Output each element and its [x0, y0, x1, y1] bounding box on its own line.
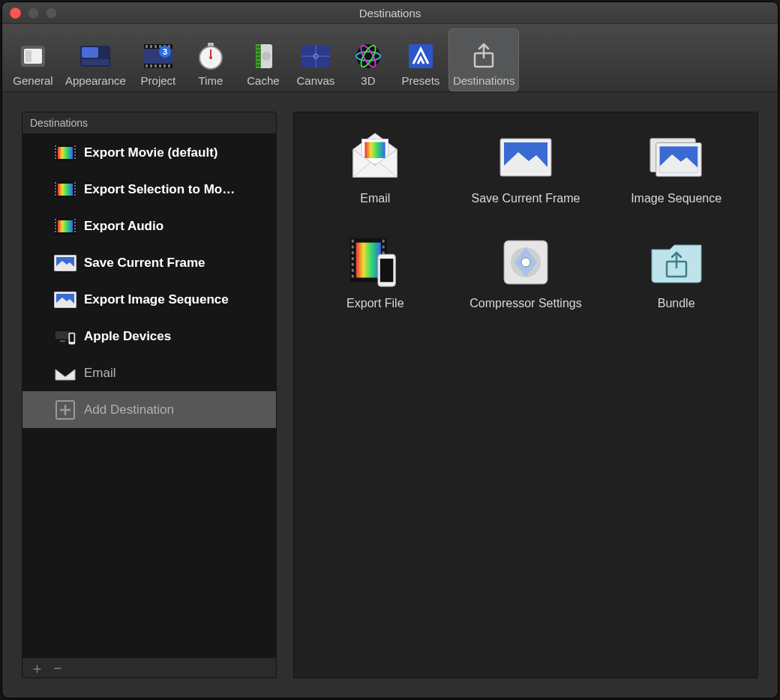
grid-item-email[interactable]: Email	[308, 130, 443, 205]
minimize-window-button[interactable]	[28, 7, 39, 19]
preferences-toolbar: General Appearance 3 Project Time Cache	[2, 24, 778, 92]
svg-rect-64	[55, 194, 56, 196]
toolbar-label: Project	[141, 74, 176, 87]
svg-rect-79	[74, 225, 76, 226]
compressor-icon	[496, 235, 555, 289]
svg-rect-101	[352, 240, 354, 243]
project-icon: 3	[141, 40, 176, 73]
sidebar-item-save-frame[interactable]: Save Current Frame	[22, 244, 276, 281]
sidebar-item-apple-devices[interactable]: Apple Devices	[22, 318, 276, 354]
svg-rect-2	[26, 50, 32, 62]
toolbar-label: Presets	[401, 74, 440, 87]
grid-item-export-file[interactable]: Export File	[308, 235, 443, 310]
grid-item-bundle[interactable]: Bundle	[608, 235, 744, 310]
toolbar-tab-canvas[interactable]: Canvas	[291, 28, 340, 91]
folder-share-icon	[647, 235, 706, 289]
toolbar-tab-general[interactable]: General	[8, 28, 58, 91]
svg-rect-32	[256, 57, 260, 59]
toolbar-tab-appearance[interactable]: Appearance	[61, 28, 130, 91]
svg-rect-116	[380, 259, 394, 282]
sidebar-item-label: Export Selection to Mo…	[84, 182, 235, 197]
grid-item-image-sequence[interactable]: Image Sequence	[608, 130, 744, 205]
toolbar-tab-project[interactable]: 3 Project	[134, 28, 183, 91]
sidebar-item-export-selection[interactable]: Export Selection to Mo…	[22, 171, 276, 208]
svg-rect-30	[256, 49, 260, 52]
filmstrip-icon	[54, 145, 76, 161]
svg-rect-78	[74, 222, 76, 223]
toolbar-label: Cache	[247, 74, 279, 87]
svg-rect-77	[74, 219, 76, 220]
content-area: Destinations Export Movie (default) Expo…	[2, 92, 778, 698]
svg-rect-74	[55, 225, 56, 226]
sidebar-item-email[interactable]: Email	[22, 354, 276, 391]
sidebar-item-label: Save Current Frame	[84, 256, 206, 271]
svg-rect-29	[256, 46, 260, 48]
sidebar-item-label: Apple Devices	[84, 329, 171, 344]
toolbar-label: Appearance	[65, 74, 126, 87]
presets-icon	[404, 40, 438, 73]
svg-rect-50	[55, 151, 56, 153]
svg-rect-106	[352, 269, 354, 272]
toolbar-tab-3d[interactable]: 3D	[344, 28, 393, 91]
appearance-icon	[78, 40, 112, 73]
grid-item-compressor-settings[interactable]: Compressor Settings	[458, 235, 594, 310]
svg-rect-15	[146, 64, 148, 67]
svg-rect-65	[74, 182, 76, 184]
svg-rect-108	[382, 240, 385, 243]
sidebar-item-export-movie[interactable]: Export Movie (default)	[22, 134, 276, 171]
svg-rect-80	[74, 228, 76, 229]
svg-rect-76	[55, 231, 56, 232]
svg-rect-105	[352, 263, 354, 266]
svg-rect-55	[74, 151, 76, 153]
toolbar-tab-destinations[interactable]: Destinations	[448, 28, 520, 91]
toolbar-label: Time	[199, 74, 224, 87]
sidebar-item-label: Export Audio	[84, 219, 164, 234]
add-button[interactable]: ＋	[30, 661, 44, 675]
photo-icon	[54, 292, 76, 308]
svg-rect-4	[82, 47, 98, 58]
toolbar-tab-time[interactable]: Time	[186, 28, 236, 91]
toolbar-tab-presets[interactable]: Presets	[396, 28, 446, 91]
destinations-sidebar: Destinations Export Movie (default) Expo…	[22, 112, 277, 678]
sidebar-item-image-sequence[interactable]: Export Image Sequence	[22, 281, 276, 318]
photo-stack-icon	[647, 130, 706, 184]
photo-icon	[496, 130, 555, 184]
sidebar-item-label: Email	[84, 366, 116, 381]
svg-rect-75	[55, 228, 56, 229]
svg-rect-63	[55, 191, 56, 193]
switch-icon	[16, 40, 50, 73]
svg-rect-56	[74, 154, 76, 156]
svg-rect-59	[58, 184, 73, 196]
svg-rect-102	[352, 246, 354, 249]
svg-rect-16	[150, 64, 152, 67]
sidebar-item-export-audio[interactable]: Export Audio	[22, 208, 276, 244]
sidebar-item-add-destination[interactable]: Add Destination	[22, 391, 276, 428]
svg-rect-88	[60, 340, 65, 342]
svg-rect-11	[154, 45, 157, 48]
grid-item-label: Email	[360, 192, 390, 205]
remove-button[interactable]: −	[53, 661, 62, 675]
zoom-window-button[interactable]	[46, 7, 57, 19]
toolbar-label: Destinations	[453, 74, 515, 87]
svg-rect-5	[82, 59, 109, 65]
svg-rect-19	[164, 64, 166, 67]
globe-3d-icon	[351, 40, 386, 73]
toolbar-label: 3D	[361, 74, 375, 87]
svg-rect-54	[74, 148, 76, 150]
grid-item-label: Bundle	[658, 297, 695, 310]
svg-rect-31	[256, 53, 260, 55]
svg-rect-18	[159, 64, 161, 67]
destination-grid-panel: Email Save Current Frame Image Sequence	[293, 112, 758, 678]
share-icon	[466, 40, 501, 73]
canvas-icon	[298, 40, 333, 73]
svg-rect-49	[55, 148, 56, 150]
cache-icon	[246, 40, 280, 73]
close-window-button[interactable]	[10, 7, 21, 19]
svg-point-35	[262, 52, 271, 61]
svg-rect-9	[146, 45, 148, 48]
toolbar-tab-cache[interactable]: Cache	[238, 28, 288, 91]
grid-item-label: Image Sequence	[631, 192, 722, 205]
svg-rect-71	[58, 220, 73, 232]
envelope-icon	[54, 365, 76, 381]
grid-item-save-frame[interactable]: Save Current Frame	[458, 130, 594, 205]
